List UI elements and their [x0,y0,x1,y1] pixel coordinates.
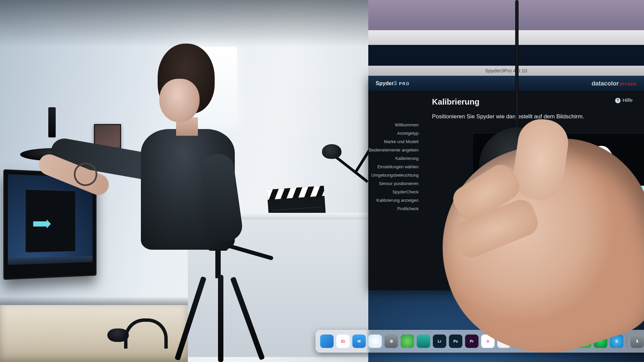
app-header: Spyder3 PRO datacolorSPYDER [368,76,644,91]
window-titlebar[interactable]: Spyder3Pro 4.0.10 [368,66,644,76]
safari-icon[interactable] [369,335,382,348]
wizard-step-10[interactable]: Profilcheck [368,204,419,213]
brand-number: 3 [394,80,397,86]
person-operator [127,44,245,312]
wizard-step-5[interactable]: Einstellungen wählen [368,163,419,171]
page-title: Kalibrierung [432,97,634,107]
wizard-step-7[interactable]: Sensor positionieren [368,179,419,188]
calendar-icon[interactable]: 21 [336,335,350,348]
wizard-step-2[interactable]: Marke und Modell [368,137,419,146]
wizard-step-1[interactable]: Anzeigetyp [368,129,419,137]
dock-separator [627,335,627,348]
app-teal-icon[interactable] [417,335,430,348]
monitor-bezel [368,0,644,30]
help-link[interactable]: Hilfe [615,97,633,103]
photoshop-icon[interactable]: Ps [449,335,463,348]
help-label: Hilfe [623,97,633,103]
desk-lamp [322,144,341,159]
mail-icon[interactable]: ✉︎ [353,335,366,348]
wizard-step-8[interactable]: SpyderCheck [368,188,419,196]
instruction-text: Positionieren Sie Spyder wie dargestellt… [432,113,634,120]
screen-closeup: Spyder3Pro 4.0.10 Spyder3 PRO datacolorS… [368,0,644,362]
wizard-step-3[interactable]: Bedienelemente angeben [368,146,419,154]
vendor-name: datacolor [592,80,619,87]
wizard-step-0[interactable]: Willkommen [368,121,419,129]
app-green-icon[interactable] [401,335,414,348]
lightroom-icon[interactable]: Lr [433,335,446,348]
brand-prefix: Spyder [376,80,394,86]
wizard-step-4[interactable]: Kalibrierung [368,154,419,163]
window-title: Spyder3Pro 4.0.10 [485,68,527,73]
studio-photo [0,0,368,362]
brand-suffix: PRO [399,81,410,86]
wizard-step-6[interactable]: Umgebungsbeleuchtung [368,171,419,179]
vendor-accent: SPYDER [620,82,637,86]
settings-icon[interactable]: ⚙︎ [385,335,398,348]
vendor-logo: datacolorSPYDER [592,80,637,87]
wizard-step-9[interactable]: Kalibrierung anzeigen [368,196,419,204]
brand-logo: Spyder3 PRO [376,80,410,86]
premiere-icon[interactable]: Pr [465,335,479,348]
finder-icon[interactable] [320,335,334,348]
downloads-icon[interactable]: ⬇︎ [631,335,644,348]
wizard-steps-list: WillkommenAnzeigetypMarke und ModellBedi… [368,91,422,290]
macos-menubar[interactable] [368,30,644,45]
